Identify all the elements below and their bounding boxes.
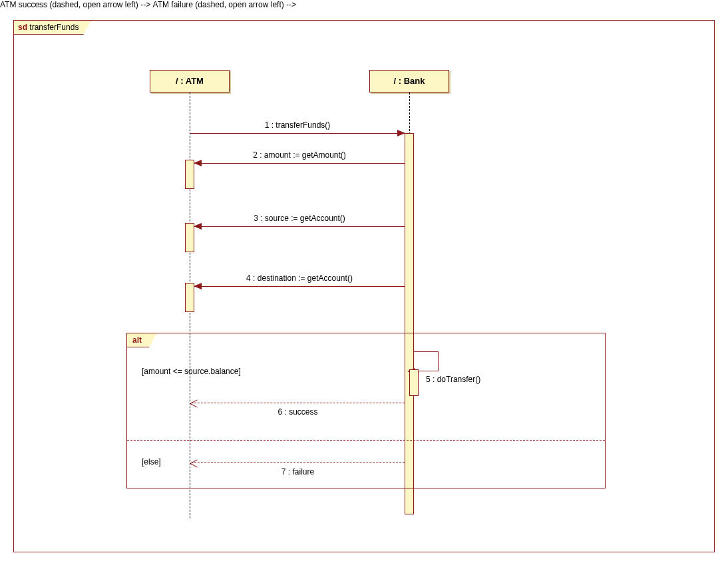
message-7: 7 : failure	[191, 463, 405, 463]
message-4: 4 : destination := getAccount()	[194, 286, 405, 287]
message-2-label: 2 : amount := getAmount()	[194, 150, 405, 160]
activation-atm-2	[185, 223, 194, 252]
lifeline-bank-label: / : Bank	[394, 76, 425, 86]
message-2: 2 : amount := getAmount()	[194, 163, 405, 164]
message-1: 1 : transferFunds()	[190, 133, 405, 134]
arrow-left-icon	[194, 160, 202, 166]
sequence-diagram: sd transferFunds / : ATM / : Bank 1 : tr…	[0, 0, 728, 569]
sd-keyword: sd	[18, 23, 27, 32]
arrow-right-icon	[397, 130, 405, 136]
message-7-label: 7 : failure	[191, 467, 405, 476]
activation-bank-self	[409, 369, 419, 396]
arrow-left-icon	[194, 223, 202, 230]
lifeline-atm-head: / : ATM	[150, 70, 230, 93]
message-4-label: 4 : destination := getAccount()	[194, 274, 405, 283]
alt-keyword: alt	[132, 335, 142, 345]
alt-guard-2: [else]	[142, 457, 161, 467]
alt-guard-1: [amount <= source.balance]	[142, 367, 241, 376]
message-3: 3 : source := getAccount()	[194, 226, 405, 227]
open-arrow-left-icon	[190, 399, 198, 407]
sd-name: transferFunds	[29, 23, 79, 32]
activation-atm-3	[185, 283, 194, 312]
alt-divider	[127, 440, 605, 441]
message-6-label: 6 : success	[191, 407, 405, 417]
open-arrow-left-icon	[190, 459, 198, 467]
activation-atm-1	[185, 160, 194, 189]
sd-frame-tab: sd transferFunds	[13, 20, 91, 35]
lifeline-atm-label: / : ATM	[176, 76, 204, 86]
message-6: 6 : success	[191, 403, 405, 403]
message-5-self: 5 : doTransfer()	[414, 351, 439, 371]
message-3-label: 3 : source := getAccount()	[194, 214, 405, 223]
arrow-left-icon	[194, 283, 202, 289]
alt-tab: alt	[126, 333, 157, 347]
lifeline-bank-head: / : Bank	[369, 70, 449, 93]
message-5-label: 5 : doTransfer()	[426, 375, 480, 384]
message-1-label: 1 : transferFunds()	[190, 120, 405, 130]
